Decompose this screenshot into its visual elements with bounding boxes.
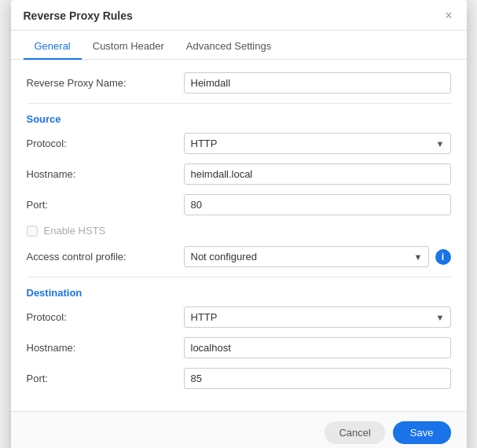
section-divider-destination <box>27 277 451 277</box>
reverse-proxy-dialog: Reverse Proxy Rules × General Custom Hea… <box>11 0 467 448</box>
source-protocol-label: Protocol: <box>27 138 184 149</box>
source-port-label: Port: <box>27 199 184 211</box>
tab-general[interactable]: General <box>24 34 82 60</box>
source-protocol-select-wrapper: HTTP HTTPS ▼ <box>184 133 451 154</box>
access-control-row: Access control profile: Not configured ▼… <box>27 246 451 267</box>
dest-protocol-row: Protocol: HTTP HTTPS ▼ <box>27 307 451 328</box>
dest-hostname-label: Hostname: <box>27 342 184 354</box>
dest-protocol-select-wrapper: HTTP HTTPS ▼ <box>184 307 451 328</box>
cancel-button[interactable]: Cancel <box>325 421 384 444</box>
section-divider-source <box>27 103 451 104</box>
source-hostname-row: Hostname: <box>27 163 451 185</box>
save-button[interactable]: Save <box>393 421 451 444</box>
source-port-row: Port: <box>27 194 451 215</box>
source-section-label: Source <box>27 113 451 125</box>
tab-custom-header[interactable]: Custom Header <box>82 34 175 60</box>
source-protocol-select[interactable]: HTTP HTTPS <box>184 133 451 154</box>
tab-advanced-settings[interactable]: Advanced Settings <box>175 34 282 60</box>
dest-hostname-row: Hostname: <box>27 337 451 358</box>
access-control-info-icon[interactable]: i <box>435 249 451 265</box>
access-control-select-wrapper: Not configured ▼ <box>184 246 429 267</box>
enable-hsts-row: Enable HSTS <box>27 225 451 237</box>
proxy-name-input[interactable] <box>184 72 451 94</box>
source-protocol-row: Protocol: HTTP HTTPS ▼ <box>27 133 451 154</box>
dest-protocol-select[interactable]: HTTP HTTPS <box>184 307 451 328</box>
proxy-name-label: Reverse Proxy Name: <box>27 77 184 89</box>
dest-protocol-label: Protocol: <box>27 311 184 323</box>
dialog-title: Reverse Proxy Rules <box>24 9 133 22</box>
access-control-select[interactable]: Not configured <box>184 246 429 267</box>
close-button[interactable]: × <box>443 9 453 22</box>
dest-port-label: Port: <box>27 373 184 384</box>
destination-section-label: Destination <box>27 287 451 299</box>
access-control-label: Access control profile: <box>27 251 184 263</box>
dest-port-row: Port: <box>27 368 451 389</box>
enable-hsts-label: Enable HSTS <box>44 225 106 237</box>
proxy-name-row: Reverse Proxy Name: <box>27 72 451 94</box>
enable-hsts-checkbox[interactable] <box>27 226 38 237</box>
dialog-header: Reverse Proxy Rules × <box>11 0 467 31</box>
dest-port-input[interactable] <box>184 368 451 389</box>
source-port-input[interactable] <box>184 194 451 215</box>
dialog-footer: Cancel Save <box>11 411 467 448</box>
dialog-body: Reverse Proxy Name: Source Protocol: HTT… <box>11 60 467 411</box>
source-hostname-label: Hostname: <box>27 168 184 180</box>
tabs-bar: General Custom Header Advanced Settings <box>11 34 467 60</box>
dest-hostname-input[interactable] <box>184 337 451 358</box>
source-hostname-input[interactable] <box>184 163 451 185</box>
